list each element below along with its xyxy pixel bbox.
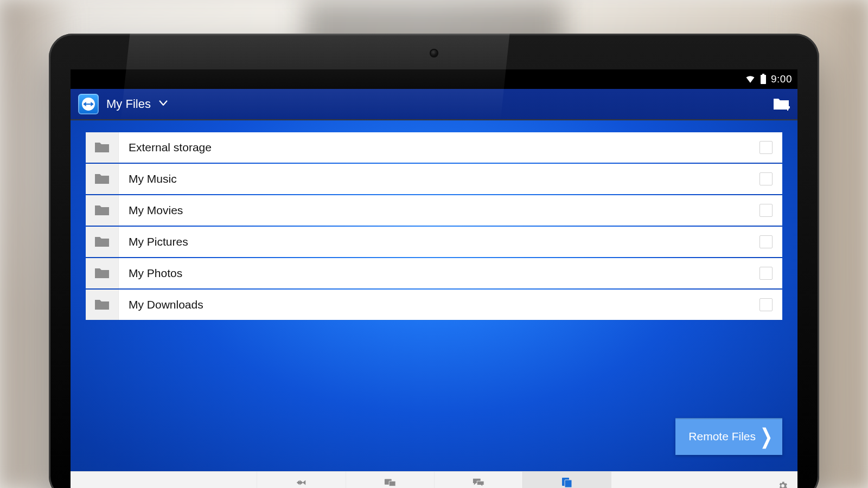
remote-files-label: Remote Files xyxy=(688,430,756,443)
chevron-right-icon: ❯ xyxy=(760,426,773,447)
status-bar: 9:00 xyxy=(71,69,797,89)
app-header: My Files xyxy=(71,89,797,119)
folder-checkbox[interactable] xyxy=(760,204,773,217)
status-clock: 9:00 xyxy=(771,73,792,85)
tablet-camera xyxy=(431,50,437,56)
svg-rect-6 xyxy=(787,105,788,111)
tablet-screen: 9:00 My Files xyxy=(71,69,797,488)
folder-icon xyxy=(86,258,119,288)
folder-checkbox[interactable] xyxy=(760,267,773,280)
files-icon xyxy=(562,478,573,487)
tab-container: ConnectComputersChatFiles xyxy=(257,472,611,488)
svg-rect-10 xyxy=(565,480,572,487)
tab-connect[interactable]: Connect xyxy=(257,472,345,488)
tablet-frame: 9:00 My Files xyxy=(49,34,819,488)
svg-rect-0 xyxy=(761,75,766,84)
wifi-icon xyxy=(745,74,756,85)
folder-icon xyxy=(86,195,119,226)
chat-icon xyxy=(473,478,484,487)
folder-row[interactable]: My Downloads xyxy=(86,290,782,320)
folder-icon xyxy=(86,227,119,257)
folder-label: My Photos xyxy=(119,267,760,280)
svg-rect-1 xyxy=(762,74,764,75)
folder-row[interactable]: My Movies xyxy=(86,195,782,226)
battery-icon xyxy=(760,74,767,85)
folder-icon xyxy=(86,290,119,320)
folder-row[interactable]: External storage xyxy=(86,132,782,163)
tab-chat[interactable]: Chat xyxy=(434,472,522,488)
folder-row[interactable]: My Pictures xyxy=(86,227,782,257)
remote-files-button[interactable]: Remote Files ❯ xyxy=(675,418,782,455)
folder-row[interactable]: My Music xyxy=(86,164,782,194)
folder-checkbox[interactable] xyxy=(760,235,773,248)
page-title[interactable]: My Files xyxy=(106,97,151,111)
folder-label: My Pictures xyxy=(119,235,760,248)
folder-row[interactable]: My Photos xyxy=(86,258,782,288)
tab-files[interactable]: Files xyxy=(522,472,611,488)
computers-icon xyxy=(384,478,396,487)
app-icon[interactable] xyxy=(78,94,99,114)
title-dropdown-icon[interactable] xyxy=(157,97,169,111)
folder-checkbox[interactable] xyxy=(760,141,773,154)
folder-label: External storage xyxy=(119,141,760,154)
svg-rect-8 xyxy=(389,481,395,486)
app-body: External storageMy MusicMy MoviesMy Pict… xyxy=(71,120,797,471)
folder-icon xyxy=(86,132,119,163)
folder-list: External storageMy MusicMy MoviesMy Pict… xyxy=(86,132,782,320)
bottom-tab-bar: ConnectComputersChatFiles xyxy=(71,471,797,488)
folder-checkbox[interactable] xyxy=(760,172,773,185)
connect-icon xyxy=(295,478,307,487)
folder-label: My Music xyxy=(119,172,760,185)
settings-button[interactable] xyxy=(777,480,789,488)
folder-label: My Downloads xyxy=(119,298,760,311)
tab-computers[interactable]: Computers xyxy=(346,472,434,488)
folder-label: My Movies xyxy=(119,204,760,217)
folder-checkbox[interactable] xyxy=(760,298,773,311)
folder-icon xyxy=(86,164,119,194)
new-folder-button[interactable] xyxy=(773,97,790,112)
